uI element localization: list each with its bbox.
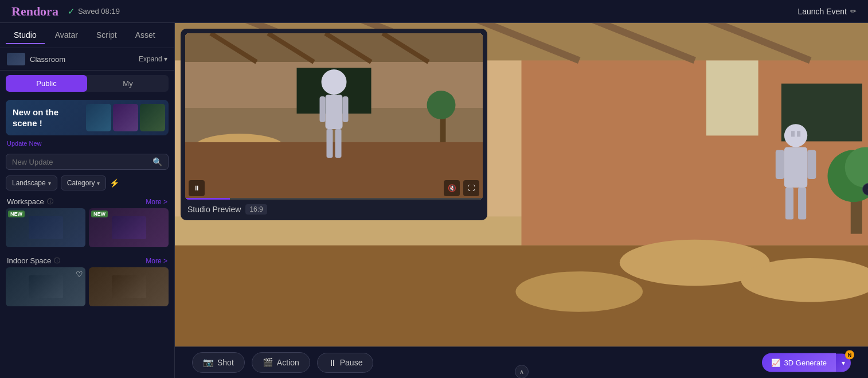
generate-button[interactable]: 📈 3D Generate — [762, 353, 836, 372]
indoor-more[interactable]: More > — [146, 257, 167, 265]
tab-asset[interactable]: Asset — [127, 27, 163, 44]
search-input[interactable] — [12, 158, 149, 166]
update-text: Update New — [0, 139, 174, 150]
video-label: Studio Preview 16:9 — [185, 200, 483, 216]
pause-button[interactable]: ⏸ — [189, 180, 205, 196]
check-icon: ✓ — [68, 6, 75, 17]
indoor-inner-1 — [6, 267, 85, 306]
bottom-bar: 📷 Shot 🎬 Action ⏸ Pause 📈 3D Generate ▾ — [175, 346, 868, 378]
expand-button[interactable]: Expand ▾ — [139, 55, 167, 63]
bottom-collapse-button[interactable]: ∧ — [515, 365, 529, 378]
aspect-ratio-badge: 16:9 — [245, 204, 267, 215]
tab-avatar[interactable]: Avatar — [47, 27, 86, 44]
tab-studio[interactable]: Studio — [6, 27, 45, 44]
action-button[interactable]: 🎬 Action — [252, 352, 310, 373]
action-label: Action — [277, 358, 299, 367]
indoor-inner-2 — [89, 267, 169, 306]
new-feature-badge: N — [845, 350, 854, 359]
banner-image-2 — [113, 104, 138, 131]
edit-icon: ✏ — [850, 7, 857, 15]
filter-row: Landscape ▾ Category ▾ ⚡ — [0, 173, 174, 193]
video-frame: ⏸ 🔇 ⛶ — [185, 33, 483, 200]
chevron-down-icon: ▾ — [48, 180, 51, 186]
generate-label: 3D Generate — [784, 358, 827, 367]
svg-rect-19 — [797, 131, 800, 137]
saved-badge: ✓ Saved 08:19 — [68, 6, 120, 17]
banner-images — [86, 104, 169, 131]
svg-rect-44 — [327, 129, 333, 158]
trend-icon: 📈 — [771, 358, 780, 367]
action-icon: 🎬 — [263, 357, 273, 368]
classroom-thumbnail — [7, 53, 25, 65]
mute-button[interactable]: 🔇 — [444, 180, 460, 196]
topbar: Rendora ✓ Saved 08:19 Launch Event ✏ — [0, 0, 868, 23]
search-box[interactable]: 🔍 — [6, 154, 169, 170]
indoor-thumb-2[interactable] — [89, 267, 169, 306]
main-layout: Studio Avatar Script Asset Classroom Exp… — [0, 23, 868, 378]
svg-point-39 — [427, 91, 456, 119]
banner-image-1 — [86, 104, 111, 131]
logo: Rendora — [11, 4, 58, 19]
expand-label: Expand — [139, 55, 162, 63]
svg-rect-20 — [776, 150, 784, 179]
fullscreen-button[interactable]: ⛶ — [463, 180, 479, 196]
search-icon: 🔍 — [153, 157, 162, 166]
svg-rect-41 — [326, 95, 343, 129]
svg-rect-18 — [791, 131, 795, 137]
svg-rect-23 — [798, 188, 806, 219]
info-icon: ⓘ — [47, 197, 53, 206]
launch-event-button[interactable]: Launch Event ✏ — [797, 7, 857, 16]
new-scene-banner[interactable]: New on the scene ! — [6, 100, 169, 135]
indoor-category-title: Indoor Space ⓘ More > — [0, 252, 174, 267]
indoor-label: Indoor Space — [7, 256, 51, 265]
workspace-label: Workspace — [7, 197, 44, 206]
filter-icon[interactable]: ⚡ — [110, 178, 119, 188]
tab-script[interactable]: Script — [88, 27, 125, 44]
shot-label: Shot — [217, 358, 234, 367]
svg-rect-43 — [343, 96, 349, 122]
workspace-thumb-2[interactable]: NEW — [89, 208, 169, 247]
new-badge-2: NEW — [91, 211, 108, 217]
shot-button[interactable]: 📷 Shot — [192, 352, 245, 373]
workspace-thumb-1[interactable]: NEW — [6, 208, 85, 247]
video-controls: ⏸ 🔇 ⛶ — [189, 180, 479, 196]
svg-rect-21 — [807, 150, 816, 179]
chevron-down-icon: ▾ — [97, 180, 100, 186]
landscape-label: Landscape — [12, 179, 46, 187]
search-row: 🔍 — [6, 154, 169, 170]
content-area: ⏸ 🔇 ⛶ Studio Preview 16:9 — [175, 23, 868, 378]
video-scene-svg — [185, 33, 483, 200]
category-dropdown[interactable]: Category ▾ — [61, 176, 107, 190]
svg-point-11 — [515, 271, 643, 312]
chevron-down-icon: ▾ — [164, 55, 167, 63]
sidebar-tabs: Studio Avatar Script Asset — [0, 23, 174, 48]
workspace-more[interactable]: More > — [146, 198, 167, 206]
workspace-category-title: Workspace ⓘ More > — [0, 193, 174, 208]
svg-rect-16 — [784, 147, 807, 188]
svg-point-40 — [322, 69, 347, 95]
svg-rect-15 — [706, 60, 758, 135]
heart-icon[interactable]: ♡ — [76, 270, 83, 279]
video-progress-bar — [185, 198, 483, 200]
banner-text: New on the scene ! — [6, 101, 86, 135]
pause-label: Pause — [340, 358, 363, 367]
workspace-thumbs: NEW NEW — [0, 208, 174, 252]
camera-icon: 📷 — [203, 357, 214, 368]
classroom-header: Classroom Expand ▾ — [0, 48, 174, 71]
video-overlay: ⏸ 🔇 ⛶ Studio Preview 16:9 — [181, 29, 487, 220]
my-toggle[interactable]: My — [87, 75, 169, 92]
pause-action-button[interactable]: ⏸ Pause — [317, 353, 374, 373]
studio-preview-label: Studio Preview — [187, 205, 241, 214]
public-toggle[interactable]: Public — [6, 75, 87, 92]
new-badge: NEW — [8, 211, 25, 217]
indoor-thumb-1[interactable]: ♡ — [6, 267, 85, 306]
launch-event-label: Launch Event — [797, 7, 847, 16]
banner-image-3 — [140, 104, 165, 131]
progress-fill — [185, 198, 230, 200]
pause-icon: ⏸ — [328, 358, 337, 368]
svg-rect-42 — [320, 96, 326, 122]
svg-point-17 — [784, 124, 807, 147]
landscape-dropdown[interactable]: Landscape ▾ — [6, 176, 57, 190]
classroom-label: Classroom — [30, 55, 65, 64]
generate-dropdown[interactable]: ▾ N — [836, 353, 851, 372]
